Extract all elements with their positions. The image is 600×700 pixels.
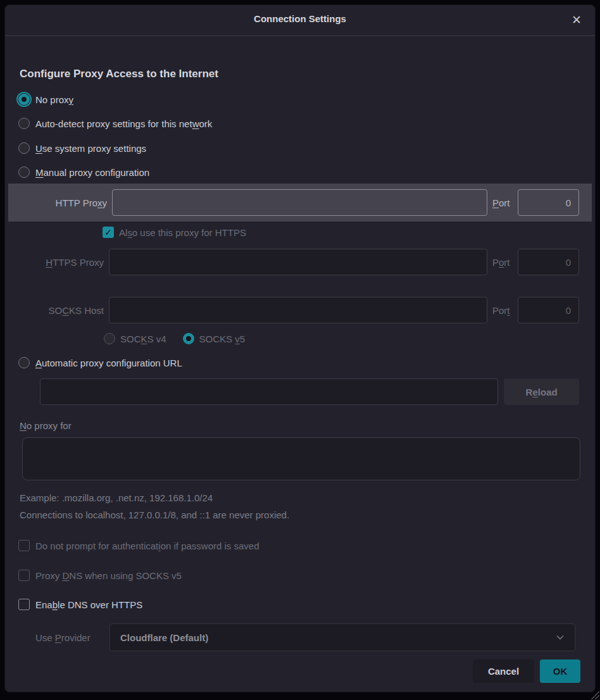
no-proxy-for-label-row: No proxy for — [20, 418, 72, 432]
no-prompt-auth-label: Do not prompt for authentication if pass… — [35, 541, 259, 551]
localhost-note-text: Connections to localhost, 127.0.0.1/8, a… — [20, 509, 289, 520]
example-text: Example: .mozilla.org, .net.nz, 192.168.… — [20, 492, 213, 503]
also-https-row[interactable]: ✓ Also use this proxy for HTTPS — [103, 225, 246, 239]
manual-label: Manual proxy configuration — [35, 167, 149, 178]
socks-host-input[interactable] — [109, 297, 487, 323]
chevron-down-icon — [556, 633, 565, 642]
socks-host-row: SOCKS Host Port — [5, 297, 579, 323]
socks-v4-label: SOCKS v4 — [120, 334, 166, 344]
no-prompt-auth-row[interactable]: Do not prompt for authentication if pass… — [18, 539, 259, 553]
radio-row-manual[interactable]: Manual proxy configuration — [18, 165, 149, 179]
proxy-dns-label: Proxy DNS when using SOCKS v5 — [35, 570, 182, 581]
also-https-label: Also use this proxy for HTTPS — [119, 227, 246, 238]
provider-select[interactable]: Cloudflare (Default) — [109, 623, 575, 651]
https-proxy-row: HTTPS Proxy Port — [5, 249, 579, 275]
cancel-button[interactable]: Cancel — [473, 659, 534, 683]
http-port-input[interactable] — [518, 189, 579, 216]
radio-row-no-proxy[interactable]: No proxy — [18, 92, 73, 106]
no-proxy-label: No proxy — [35, 94, 73, 105]
provider-selected-value: Cloudflare (Default) — [120, 632, 556, 643]
radio-row-use-system[interactable]: Use system proxy settings — [18, 141, 146, 155]
enable-doh-row[interactable]: Enable DNS over HTTPS — [18, 597, 142, 611]
socks-port-input[interactable] — [518, 297, 579, 323]
auto-detect-label: Auto-detect proxy settings for this netw… — [35, 118, 212, 129]
enable-doh-label: Enable DNS over HTTPS — [35, 599, 142, 610]
dialog-title: Connection Settings — [5, 13, 595, 24]
dialog-titlebar: Connection Settings ✕ — [5, 5, 595, 36]
connection-settings-dialog: Connection Settings ✕ Configure Proxy Ac… — [4, 4, 596, 692]
page-title: Configure Proxy Access to the Internet — [20, 68, 218, 80]
close-icon[interactable]: ✕ — [568, 11, 585, 28]
note-row: Connections to localhost, 127.0.0.1/8, a… — [20, 508, 289, 522]
autoconfig-url-row: Reload — [40, 378, 579, 405]
http-proxy-label: HTTP Proxy — [23, 197, 107, 208]
no-prompt-auth-checkbox[interactable] — [18, 540, 30, 551]
check-icon: ✓ — [104, 227, 112, 237]
radio-row-autoconfig[interactable]: Automatic proxy configuration URL — [18, 356, 182, 370]
also-https-checkbox[interactable]: ✓ — [103, 227, 114, 238]
https-proxy-label: HTTPS Proxy — [20, 257, 104, 268]
no-proxy-for-label: No proxy for — [20, 420, 72, 431]
provider-label: Use Provider — [35, 632, 91, 643]
http-proxy-input[interactable] — [112, 189, 487, 216]
radio-row-auto-detect[interactable]: Auto-detect proxy settings for this netw… — [18, 116, 212, 130]
https-port-label: Port — [492, 257, 513, 268]
proxy-dns-checkbox[interactable] — [18, 570, 30, 581]
reload-button[interactable]: Reload — [504, 378, 579, 405]
manual-radio[interactable] — [18, 166, 30, 178]
example-row: Example: .mozilla.org, .net.nz, 192.168.… — [20, 491, 213, 504]
proxy-dns-row[interactable]: Proxy DNS when using SOCKS v5 — [18, 568, 182, 582]
socks-host-label: SOCKS Host — [20, 305, 104, 316]
no-proxy-for-textarea[interactable] — [22, 437, 580, 480]
socks-v4-radio[interactable] — [104, 333, 115, 344]
no-proxy-radio[interactable] — [18, 94, 30, 105]
http-proxy-row: HTTP Proxy Port — [8, 189, 579, 216]
https-proxy-input[interactable] — [109, 249, 487, 275]
socks-v5-label: SOCKS v5 — [199, 334, 246, 344]
autoconfig-label: Automatic proxy configuration URL — [35, 358, 182, 368]
http-port-label: Port — [492, 197, 513, 208]
provider-label-row: Use Provider — [35, 630, 91, 644]
enable-doh-checkbox[interactable] — [18, 599, 30, 610]
socks-version-row: SOCKS v4 SOCKS v5 — [104, 332, 245, 346]
ok-button[interactable]: OK — [540, 659, 580, 683]
use-system-radio[interactable] — [18, 142, 30, 154]
socks-port-label: Port — [492, 305, 513, 316]
auto-detect-radio[interactable] — [18, 118, 30, 129]
https-port-input[interactable] — [518, 249, 579, 275]
use-system-label: Use system proxy settings — [35, 143, 146, 154]
autoconfig-url-input[interactable] — [40, 378, 498, 405]
http-proxy-row-highlight: HTTP Proxy Port — [8, 184, 592, 222]
socks-v5-radio[interactable] — [183, 333, 194, 344]
autoconfig-radio[interactable] — [18, 357, 30, 368]
